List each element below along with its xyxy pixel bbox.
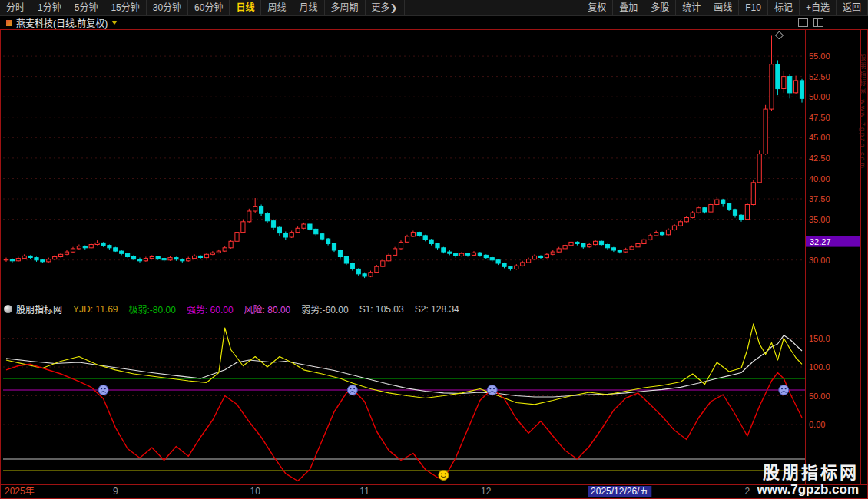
smiley-face-marker [439, 471, 449, 481]
period-tab[interactable]: 60分钟 [188, 0, 230, 15]
toolbar: 分时1分钟5分钟15分钟30分钟60分钟日线周线月线多周期更多❯ 复权叠加多股统… [0, 0, 868, 16]
indicator-header: 股朋指标网 YJD: 11.69 极弱:-80.00 强势: 60.00 风险:… [4, 302, 470, 316]
s1-value: S1: 105.03 [359, 304, 404, 315]
period-tab[interactable]: 更多❯ [366, 0, 405, 15]
time-axis-label: 12 [481, 486, 491, 497]
price-axis-label: 55.00 [809, 51, 830, 61]
toolbar-action[interactable]: 多股 [644, 0, 676, 15]
toolbar-action[interactable]: +自选 [800, 0, 837, 15]
price-axis-label: 42.50 [809, 154, 830, 163]
s1-line [6, 324, 802, 405]
period-tabs: 分时1分钟5分钟15分钟30分钟60分钟日线周线月线多周期更多❯ [0, 0, 405, 15]
trading-app-window: 分时1分钟5分钟15分钟30分钟60分钟日线周线月线多周期更多❯ 复权叠加多股统… [0, 0, 868, 499]
period-tab[interactable]: 周线 [261, 0, 293, 15]
toolbar-action[interactable]: 叠加 [613, 0, 644, 15]
title-bar: 燕麦科技(日线.前复权) [0, 16, 868, 29]
watermark: 股朋指标网 www.7gpzb.com [757, 463, 859, 497]
price-axis-label: 47.50 [809, 113, 830, 122]
stock-title: 燕麦科技(日线.前复权) [16, 16, 108, 29]
indicator-axis-label: 50.00 [809, 392, 830, 401]
diamond-marker[interactable] [776, 31, 784, 39]
price-axis-label: 45.00 [809, 133, 830, 142]
pane-icon[interactable] [798, 18, 808, 27]
time-axis-label: 2025年 [5, 486, 35, 497]
toolbar-actions: 复权叠加多股统计画线F10标记+自选返回 [581, 0, 868, 15]
current-price-badge-label: 32.27 [810, 237, 831, 246]
price-axis-label: 30.00 [809, 256, 830, 265]
price-axis-label: 50.00 [809, 92, 830, 101]
time-axis-label: 11 [359, 486, 369, 497]
period-tab[interactable]: 5分钟 [68, 0, 105, 15]
s2-value: S2: 128.34 [415, 304, 459, 315]
time-axis-label: 10 [250, 486, 260, 497]
fengxian-level-label: 风险: 80.00 [244, 302, 291, 316]
period-tab[interactable]: 15分钟 [104, 0, 146, 15]
time-axis-label: 9 [113, 486, 118, 497]
price-axis-label: 52.50 [809, 72, 830, 81]
indicator-logo-icon [4, 305, 12, 313]
toolbar-action[interactable]: 复权 [581, 0, 613, 15]
jiruo-level-label: 极弱:-80.00 [129, 302, 176, 316]
s2-line [6, 335, 802, 397]
time-axis-label: 2025/12/26/五 [588, 486, 651, 497]
sad-face-marker [487, 385, 497, 395]
yjd-value: YJD: 11.69 [73, 304, 118, 315]
period-tab[interactable]: 日线 [230, 0, 261, 15]
indicator-axis-label: 0.00 [809, 420, 825, 429]
time-axis-label: 2 [745, 486, 750, 497]
price-axis-label: 37.50 [809, 194, 830, 203]
price-axis-label: 35.00 [809, 215, 830, 224]
ruoshi-level-label: 弱势:-60.00 [301, 302, 348, 316]
toolbar-action[interactable]: F10 [739, 0, 768, 15]
sad-face-marker [98, 385, 108, 395]
indicator-chart[interactable]: 150.0100.050.000.00 [0, 316, 868, 484]
stock-icon [6, 20, 12, 26]
watermark-title: 股朋指标网 [757, 463, 859, 482]
toolbar-action[interactable]: 画线 [707, 0, 739, 15]
watermark-url: www.7gpzb.com [757, 482, 859, 497]
yjd-line [6, 364, 802, 481]
period-tab[interactable]: 分时 [0, 0, 31, 15]
price-axis-label: 40.00 [809, 174, 830, 183]
period-tab[interactable]: 1分钟 [31, 0, 68, 15]
time-axis: 2025年91011122025/12/26/五2 [0, 485, 868, 498]
main-price-chart[interactable]: 55.0052.5050.0047.5045.0042.5040.0037.50… [0, 29, 868, 302]
indicator-logo-text: 股朋指标网 [16, 302, 62, 316]
period-tab[interactable]: 多周期 [325, 0, 366, 15]
split-pane-icon[interactable] [813, 18, 823, 27]
toolbar-action[interactable]: 统计 [676, 0, 707, 15]
candlestick-series [4, 36, 803, 279]
indicator-axis-label: 100.0 [809, 362, 830, 372]
qiangshi-level-label: 强势: 60.00 [187, 302, 234, 316]
toolbar-action[interactable]: 返回 [837, 0, 868, 15]
period-tab[interactable]: 月线 [293, 0, 325, 15]
toolbar-action[interactable]: 标记 [768, 0, 800, 15]
sad-face-marker [347, 385, 357, 395]
window-controls [793, 18, 823, 27]
indicator-axis-label: 150.0 [809, 334, 830, 343]
sad-face-marker [779, 385, 789, 395]
chevron-down-icon[interactable] [111, 21, 118, 25]
side-vertical-text: 股朋指标网 www.7gpzb.com [858, 54, 868, 453]
period-tab[interactable]: 30分钟 [147, 0, 188, 15]
